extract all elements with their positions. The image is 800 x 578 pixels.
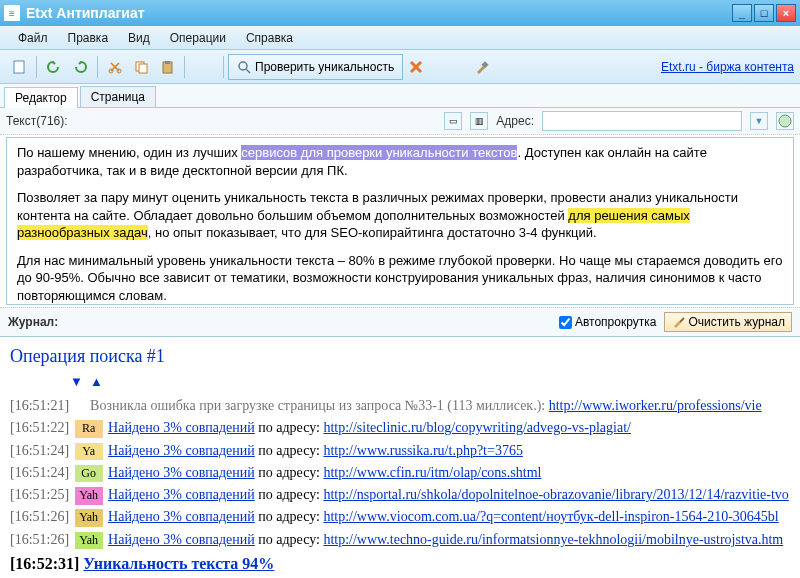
error-text: Возникла ошибка при загрузке страницы из…: [90, 398, 549, 413]
search-engine-badge: Ra: [75, 420, 103, 437]
search-engine-badge: Yah: [75, 509, 103, 526]
result-line: [16:52:31] Уникальность текста 94%: [10, 552, 790, 575]
address-input[interactable]: [542, 111, 742, 131]
svg-point-10: [779, 115, 791, 127]
found-link[interactable]: Найдено 3% совпадений: [108, 509, 255, 524]
log-body: Операция поиска #1 ▼ ▲ [16:51:21] Возник…: [0, 337, 800, 578]
match-url[interactable]: http://nsportal.ru/shkola/dopolnitelnoe-…: [323, 487, 788, 502]
timestamp: [16:51:25]: [10, 487, 69, 502]
uniqueness-result: Уникальность текста 94%: [83, 555, 274, 572]
by-address: по адресу:: [255, 532, 324, 547]
etxt-link[interactable]: Etxt.ru - биржа контента: [661, 60, 794, 74]
found-link[interactable]: Найдено 3% совпадений: [108, 487, 255, 502]
log-error-line: [16:51:21] Возникла ошибка при загрузке …: [10, 396, 790, 416]
editor-tabs: Редактор Страница: [0, 84, 800, 108]
separator: [184, 56, 185, 78]
match-url[interactable]: http://www.russika.ru/t.php?t=3765: [323, 443, 522, 458]
search-icon: [237, 60, 251, 74]
log-line: [16:51:26] Yah Найдено 3% совпадений по …: [10, 507, 790, 527]
clear-label: Очистить журнал: [688, 315, 785, 329]
log-header: Журнал: Автопрокрутка Очистить журнал: [0, 307, 800, 337]
operation-title: Операция поиска #1: [10, 343, 790, 369]
window-controls: _ □ ×: [732, 4, 796, 22]
undo-icon[interactable]: [42, 55, 66, 79]
sort-arrows[interactable]: ▼ ▲: [70, 373, 790, 392]
separator: [97, 56, 98, 78]
timestamp: [16:51:26]: [10, 532, 69, 547]
cancel-icon[interactable]: [404, 55, 428, 79]
tab-editor[interactable]: Редактор: [4, 87, 78, 108]
found-link[interactable]: Найдено 3% совпадений: [108, 443, 255, 458]
dropdown-icon[interactable]: ▼: [750, 112, 768, 130]
match-url[interactable]: http://www.techno-guide.ru/informatsionn…: [323, 532, 783, 547]
autoscroll-checkbox[interactable]: Автопрокрутка: [559, 315, 656, 329]
autoscroll-label: Автопрокрутка: [575, 315, 656, 329]
menu-edit[interactable]: Правка: [58, 29, 119, 47]
svg-rect-0: [14, 61, 24, 73]
address-label: Адрес:: [496, 114, 534, 128]
new-icon[interactable]: [7, 55, 31, 79]
maximize-button[interactable]: □: [754, 4, 774, 22]
text-segment: По нашему мнению, один из лучших: [17, 145, 241, 160]
svg-rect-4: [139, 64, 147, 73]
search-engine-badge: Yah: [75, 487, 103, 504]
found-link[interactable]: Найдено 3% совпадений: [108, 420, 255, 435]
log-line: [16:51:24] Go Найдено 3% совпадений по а…: [10, 463, 790, 483]
log-line: [16:51:22] Ra Найдено 3% совпадений по а…: [10, 418, 790, 438]
by-address: по адресу:: [255, 509, 324, 524]
toolbar: Проверить уникальность Etxt.ru - биржа к…: [0, 50, 800, 84]
editor-textarea[interactable]: По нашему мнению, один из лучших сервисо…: [6, 137, 794, 305]
titlebar: ≡ Etxt Антиплагиат _ □ ×: [0, 0, 800, 26]
broom-icon: [671, 315, 685, 329]
timestamp: [16:51:24]: [10, 465, 69, 480]
separator: [36, 56, 37, 78]
window-mode-icon[interactable]: ▭: [444, 112, 462, 130]
paste-icon[interactable]: [155, 55, 179, 79]
svg-point-7: [239, 62, 247, 70]
log-line: [16:51:26] Yah Найдено 3% совпадений по …: [10, 530, 790, 550]
match-url[interactable]: http://www.viocom.com.ua/?q=content/ноут…: [323, 509, 778, 524]
hammer-icon[interactable]: [470, 55, 494, 79]
split-mode-icon[interactable]: ▥: [470, 112, 488, 130]
menu-file[interactable]: Файл: [8, 29, 58, 47]
tab-page[interactable]: Страница: [80, 86, 156, 107]
minimize-button[interactable]: _: [732, 4, 752, 22]
svg-line-8: [246, 69, 250, 73]
separator: [223, 56, 224, 78]
clear-log-button[interactable]: Очистить журнал: [664, 312, 792, 332]
autoscroll-input[interactable]: [559, 316, 572, 329]
result-timestamp: [16:52:31]: [10, 555, 83, 572]
app-icon: ≡: [4, 5, 20, 21]
timestamp: [16:51:21]: [10, 398, 69, 413]
svg-line-11: [680, 318, 684, 322]
svg-rect-6: [165, 61, 170, 64]
search-engine-badge: Go: [75, 465, 103, 482]
menu-help[interactable]: Справка: [236, 29, 303, 47]
close-button[interactable]: ×: [776, 4, 796, 22]
cut-icon[interactable]: [103, 55, 127, 79]
text-count-label: Текст(716):: [6, 114, 68, 128]
redo-icon[interactable]: [68, 55, 92, 79]
by-address: по адресу:: [255, 420, 324, 435]
globe-icon[interactable]: [776, 112, 794, 130]
timestamp: [16:51:26]: [10, 509, 69, 524]
log-title: Журнал:: [8, 315, 58, 329]
by-address: по адресу:: [255, 487, 324, 502]
text-highlight-blue: сервисов для проверки уникальности текст…: [241, 145, 517, 160]
check-uniqueness-button[interactable]: Проверить уникальность: [228, 54, 403, 80]
menu-view[interactable]: Вид: [118, 29, 160, 47]
found-link[interactable]: Найдено 3% совпадений: [108, 465, 255, 480]
editor-header: Текст(716): ▭ ▥ Адрес: ▼: [0, 108, 800, 135]
copy-icon[interactable]: [129, 55, 153, 79]
text-segment: , но опыт показывает, что для SEO-копира…: [148, 225, 597, 240]
log-line: [16:51:24] Ya Найдено 3% совпадений по а…: [10, 441, 790, 461]
menu-ops[interactable]: Операции: [160, 29, 236, 47]
app-title: Etxt Антиплагиат: [26, 5, 732, 21]
by-address: по адресу:: [255, 443, 324, 458]
match-url[interactable]: http://www.cfin.ru/itm/olap/cons.shtml: [323, 465, 541, 480]
found-link[interactable]: Найдено 3% совпадений: [108, 532, 255, 547]
error-url[interactable]: http://www.iworker.ru/professions/vie: [549, 398, 762, 413]
menubar: Файл Правка Вид Операции Справка: [0, 26, 800, 50]
log-line: [16:51:25] Yah Найдено 3% совпадений по …: [10, 485, 790, 505]
match-url[interactable]: http://siteclinic.ru/blog/copywriting/ad…: [323, 420, 631, 435]
